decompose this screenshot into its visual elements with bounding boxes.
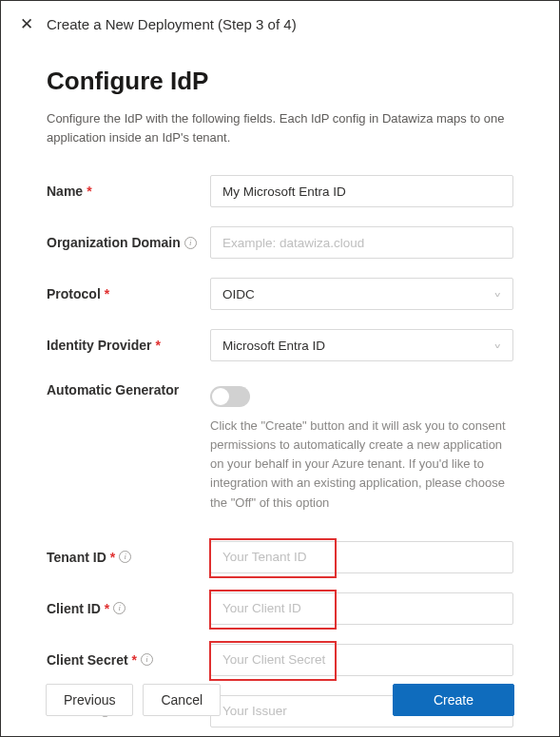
name-label: Name* — [47, 184, 210, 199]
create-button[interactable]: Create — [393, 684, 514, 716]
auto-gen-hint: Click the "Create" button and it will as… — [210, 417, 513, 513]
tenant-id-input[interactable] — [210, 541, 513, 573]
idp-label: Identity Provider* — [47, 338, 210, 353]
name-input[interactable] — [210, 175, 513, 207]
auto-gen-label: Automatic Generator — [47, 380, 210, 398]
org-domain-label: Organization Domain i — [47, 235, 210, 250]
page-title: Configure IdP — [47, 67, 513, 96]
client-secret-label: Client Secret* i — [47, 652, 210, 668]
client-secret-input[interactable] — [210, 644, 513, 676]
auto-gen-toggle[interactable] — [210, 386, 250, 407]
info-icon: i — [184, 237, 197, 249]
idp-select[interactable]: Microsoft Entra ID ∨ — [210, 329, 513, 361]
client-id-label: Client ID* i — [47, 601, 210, 616]
info-icon: i — [113, 602, 126, 614]
protocol-select[interactable]: OIDC ∨ — [210, 278, 513, 310]
chevron-down-icon: ∨ — [493, 341, 501, 349]
cancel-button[interactable]: Cancel — [143, 684, 221, 716]
previous-button[interactable]: Previous — [46, 684, 133, 716]
close-icon[interactable]: ✕ — [20, 16, 33, 32]
tenant-id-label: Tenant ID* i — [47, 550, 210, 565]
client-id-input[interactable] — [210, 592, 513, 625]
org-domain-input[interactable] — [210, 226, 513, 259]
info-icon: i — [141, 653, 153, 666]
chevron-down-icon: ∨ — [493, 290, 501, 298]
dialog-title: Create a New Deployment (Step 3 of 4) — [47, 16, 297, 32]
page-description: Configure the IdP with the following fie… — [47, 109, 513, 146]
info-icon: i — [119, 551, 131, 563]
protocol-label: Protocol* — [47, 286, 210, 301]
